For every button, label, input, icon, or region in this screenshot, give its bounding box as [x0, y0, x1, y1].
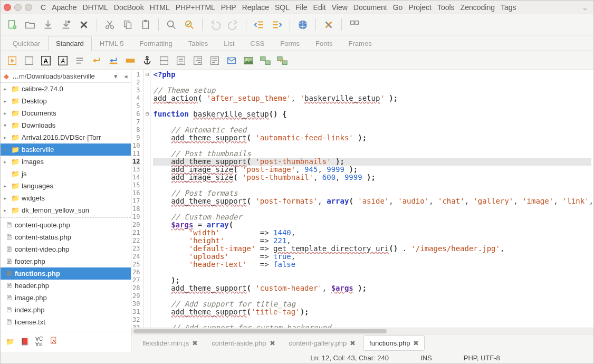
- tree-item[interactable]: ▸📁Documents: [1, 107, 131, 119]
- tree-item[interactable]: ▸📁Arrival.2016.DVDScr-[Torr: [1, 131, 131, 143]
- menu-overflow-icon[interactable]: ⌄: [582, 3, 588, 12]
- unindent-icon[interactable]: [253, 18, 265, 31]
- email-icon[interactable]: [225, 54, 238, 67]
- undo-icon[interactable]: [209, 18, 222, 31]
- menu-html[interactable]: HTML: [150, 3, 170, 12]
- filebrowser-icon[interactable]: 📁: [6, 338, 14, 346]
- file-item[interactable]: 🖹index.php: [1, 304, 131, 316]
- multi-thumbnail-icon[interactable]: [276, 54, 289, 67]
- new-file-icon[interactable]: +: [6, 18, 18, 31]
- menu-php[interactable]: PHP: [221, 3, 236, 12]
- charmap-icon[interactable]: ∀C∀≡: [35, 337, 43, 347]
- break-clear-icon[interactable]: [107, 54, 120, 67]
- center-icon[interactable]: [175, 54, 187, 67]
- file-item[interactable]: 🖹footer.php: [1, 255, 131, 267]
- save-as-icon[interactable]: [60, 18, 72, 31]
- nbsp-icon[interactable]: [124, 54, 137, 67]
- chevron-left-icon[interactable]: ◂: [124, 72, 128, 80]
- tree-item[interactable]: ▸📁widgets: [1, 192, 131, 204]
- file-item[interactable]: 🖹functions.php: [1, 267, 131, 280]
- notebook-tab-list[interactable]: List: [216, 36, 242, 51]
- file-item[interactable]: 🖹header.php: [1, 280, 131, 292]
- hrule-icon[interactable]: [158, 54, 170, 67]
- file-item[interactable]: 🖹license.txt: [1, 316, 131, 328]
- preferences-icon[interactable]: [322, 18, 335, 31]
- menu-file[interactable]: File: [295, 3, 308, 12]
- tree-item[interactable]: ▸📁dk_lemon_yellow_sun: [1, 204, 131, 216]
- tree-item[interactable]: ▸📁Desktop: [1, 95, 131, 107]
- menu-c[interactable]: C: [41, 3, 46, 12]
- close-icon[interactable]: ✖: [270, 339, 275, 347]
- browser-preview-icon[interactable]: [296, 18, 309, 31]
- window-minimize-button[interactable]: [14, 4, 22, 11]
- open-file-icon[interactable]: [24, 18, 36, 31]
- notebook-tab-html-5[interactable]: HTML 5: [92, 36, 132, 51]
- anchor-icon[interactable]: [141, 54, 154, 67]
- menu-project[interactable]: Project: [408, 3, 432, 12]
- file-tab[interactable]: flexslider.min.js✖: [137, 336, 204, 351]
- file-item[interactable]: 🖹image.php: [1, 292, 131, 304]
- search-icon[interactable]: [165, 18, 178, 31]
- menu-view[interactable]: View: [332, 3, 348, 12]
- path-selector[interactable]: ◆ …m/Downloads/baskerville ▾ ◂: [1, 70, 131, 83]
- tree-item[interactable]: ▸📁languages: [1, 180, 131, 192]
- notebook-tab-fonts[interactable]: Fonts: [308, 36, 341, 51]
- menu-zencoding[interactable]: Zencoding: [461, 3, 495, 12]
- menu-docbook[interactable]: DocBook: [114, 3, 144, 12]
- fold-column[interactable]: ⊟⊟: [143, 70, 151, 334]
- close-file-icon[interactable]: [78, 18, 90, 31]
- code-area[interactable]: 1234567891011121314151617181920212223242…: [131, 70, 593, 334]
- notebook-tab-frames[interactable]: Frames: [341, 36, 380, 51]
- tree-item[interactable]: ▾📁Downloads: [1, 119, 131, 131]
- file-tree[interactable]: ▸📁calibre-2.74.0▸📁Desktop▸📁Documents▾📁Do…: [1, 83, 131, 331]
- notebook-tab-forms[interactable]: Forms: [272, 36, 308, 51]
- menu-edit[interactable]: Edit: [313, 3, 326, 12]
- file-tab[interactable]: functions.php✖: [363, 336, 425, 351]
- body-icon[interactable]: [23, 54, 35, 67]
- italic-icon[interactable]: A: [56, 54, 69, 67]
- menu-apache[interactable]: Apache: [52, 3, 76, 12]
- menu-document[interactable]: Document: [353, 3, 387, 12]
- horizontal-scrollbar[interactable]: [131, 328, 593, 334]
- paste-icon[interactable]: [139, 18, 152, 31]
- menu-dhtml[interactable]: DHTML: [83, 3, 108, 12]
- window-close-button[interactable]: [4, 4, 11, 11]
- tree-item[interactable]: ▸📁images: [1, 156, 131, 168]
- tree-item[interactable]: ▸📁calibre-2.74.0: [1, 83, 131, 95]
- notebook-tab-formatting[interactable]: Formatting: [132, 36, 180, 51]
- close-icon[interactable]: ✖: [413, 339, 419, 347]
- break-icon[interactable]: [90, 54, 103, 67]
- notebook-tab-standard[interactable]: Standard: [48, 36, 92, 51]
- thumbnail-icon[interactable]: [259, 54, 272, 67]
- file-tab[interactable]: content-aside.php✖: [206, 336, 281, 351]
- comment-icon[interactable]: [208, 54, 221, 67]
- file-item[interactable]: 🖹content-quote.php: [1, 219, 131, 231]
- notebook-tab-tables[interactable]: Tables: [180, 36, 216, 51]
- menu-tools[interactable]: Tools: [437, 3, 455, 12]
- fullscreen-icon[interactable]: [348, 18, 361, 31]
- snippets-icon[interactable]: [49, 336, 59, 347]
- quickstart-icon[interactable]: [6, 54, 18, 67]
- window-maximize-button[interactable]: [25, 4, 32, 11]
- search-replace-icon[interactable]: [183, 18, 196, 31]
- menu-replace[interactable]: Replace: [242, 3, 269, 12]
- paragraph-icon[interactable]: [73, 54, 86, 67]
- file-item[interactable]: 🖹content-video.php: [1, 243, 131, 255]
- notebook-tab-css[interactable]: CSS: [243, 36, 273, 51]
- copy-icon[interactable]: [121, 18, 134, 31]
- save-icon[interactable]: [42, 18, 54, 31]
- code-text[interactable]: <?php// Theme setupadd_action( 'after_se…: [151, 70, 593, 334]
- menu-tags[interactable]: Tags: [501, 3, 516, 12]
- tree-item[interactable]: 📁js: [1, 168, 131, 180]
- redo-icon[interactable]: [227, 18, 239, 31]
- file-tab[interactable]: content-gallery.php✖: [283, 336, 362, 351]
- rightalign-icon[interactable]: [191, 54, 204, 67]
- tree-item[interactable]: ▾📁baskerville: [1, 143, 131, 156]
- menu-sql[interactable]: SQL: [275, 3, 290, 12]
- close-icon[interactable]: ✖: [192, 339, 198, 347]
- menu-go[interactable]: Go: [393, 3, 403, 12]
- cut-icon[interactable]: [103, 18, 116, 31]
- image-insert-icon[interactable]: [242, 54, 255, 67]
- menu-php+html[interactable]: PHP+HTML: [176, 3, 215, 12]
- file-item[interactable]: 🖹content-status.php: [1, 231, 131, 243]
